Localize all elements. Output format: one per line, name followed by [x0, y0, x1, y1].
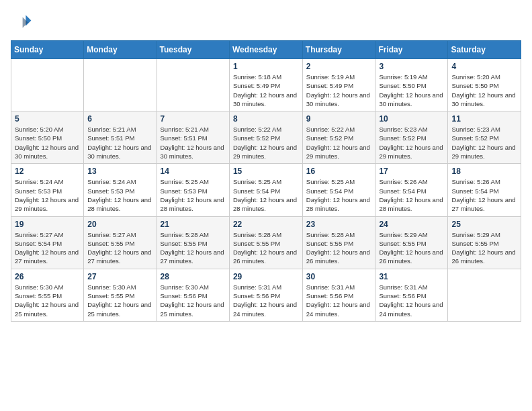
- day-number: 20: [87, 220, 152, 229]
- weekday-header-friday: Friday: [375, 41, 448, 59]
- weekday-header-monday: Monday: [84, 41, 157, 59]
- calendar-cell: 17Sunrise: 5:26 AM Sunset: 5:54 PM Dayli…: [375, 164, 448, 216]
- day-number: 18: [451, 167, 517, 176]
- calendar-week-4: 19Sunrise: 5:27 AM Sunset: 5:54 PM Dayli…: [11, 216, 521, 269]
- day-info: Sunrise: 5:26 AM Sunset: 5:54 PM Dayligh…: [379, 177, 444, 213]
- day-info: Sunrise: 5:30 AM Sunset: 5:55 PM Dayligh…: [87, 283, 152, 318]
- calendar-cell: 1Sunrise: 5:18 AM Sunset: 5:49 PM Daylig…: [229, 59, 302, 111]
- day-info: Sunrise: 5:19 AM Sunset: 5:50 PM Dayligh…: [379, 73, 444, 108]
- day-number: 26: [15, 272, 80, 281]
- calendar-week-3: 12Sunrise: 5:24 AM Sunset: 5:53 PM Dayli…: [11, 164, 521, 216]
- day-info: Sunrise: 5:31 AM Sunset: 5:56 PM Dayligh…: [379, 283, 444, 318]
- calendar-cell: 8Sunrise: 5:22 AM Sunset: 5:52 PM Daylig…: [229, 111, 302, 164]
- day-number: 7: [161, 114, 226, 124]
- day-info: Sunrise: 5:22 AM Sunset: 5:52 PM Dayligh…: [233, 125, 299, 161]
- day-number: 21: [161, 220, 226, 229]
- calendar-cell: 16Sunrise: 5:25 AM Sunset: 5:54 PM Dayli…: [302, 164, 375, 216]
- calendar-cell: 24Sunrise: 5:29 AM Sunset: 5:55 PM Dayli…: [375, 216, 448, 269]
- day-number: 25: [451, 220, 517, 229]
- weekday-header-saturday: Saturday: [448, 41, 521, 59]
- day-number: 11: [451, 114, 517, 124]
- day-info: Sunrise: 5:21 AM Sunset: 5:51 PM Dayligh…: [161, 125, 226, 161]
- weekday-header-sunday: Sunday: [11, 41, 84, 59]
- calendar-cell: 27Sunrise: 5:30 AM Sunset: 5:55 PM Dayli…: [84, 269, 157, 321]
- day-number: 19: [15, 220, 80, 229]
- calendar-cell: 4Sunrise: 5:20 AM Sunset: 5:50 PM Daylig…: [448, 59, 521, 111]
- calendar-cell: 19Sunrise: 5:27 AM Sunset: 5:54 PM Dayli…: [11, 216, 84, 269]
- day-info: Sunrise: 5:26 AM Sunset: 5:54 PM Dayligh…: [451, 177, 517, 213]
- day-number: 5: [15, 114, 80, 124]
- day-info: Sunrise: 5:20 AM Sunset: 5:50 PM Dayligh…: [15, 125, 80, 161]
- calendar-week-2: 5Sunrise: 5:20 AM Sunset: 5:50 PM Daylig…: [11, 111, 521, 164]
- calendar-cell: 15Sunrise: 5:25 AM Sunset: 5:54 PM Dayli…: [229, 164, 302, 216]
- day-info: Sunrise: 5:19 AM Sunset: 5:49 PM Dayligh…: [306, 73, 372, 108]
- day-number: 3: [379, 62, 444, 71]
- calendar-cell: 13Sunrise: 5:24 AM Sunset: 5:53 PM Dayli…: [84, 164, 157, 216]
- calendar-cell: [11, 59, 84, 111]
- day-info: Sunrise: 5:18 AM Sunset: 5:49 PM Dayligh…: [233, 73, 299, 108]
- day-number: 30: [306, 272, 372, 281]
- day-number: 22: [233, 220, 299, 229]
- calendar-cell: 30Sunrise: 5:31 AM Sunset: 5:56 PM Dayli…: [302, 269, 375, 321]
- day-info: Sunrise: 5:21 AM Sunset: 5:51 PM Dayligh…: [87, 125, 152, 161]
- calendar-cell: [157, 59, 229, 111]
- day-number: 13: [87, 167, 152, 176]
- calendar-cell: 22Sunrise: 5:28 AM Sunset: 5:55 PM Dayli…: [229, 216, 302, 269]
- logo-icon: [11, 11, 32, 32]
- day-info: Sunrise: 5:25 AM Sunset: 5:54 PM Dayligh…: [233, 177, 299, 213]
- day-number: 4: [451, 62, 517, 71]
- calendar-cell: 6Sunrise: 5:21 AM Sunset: 5:51 PM Daylig…: [84, 111, 157, 164]
- day-info: Sunrise: 5:31 AM Sunset: 5:56 PM Dayligh…: [233, 283, 299, 318]
- day-number: 15: [233, 167, 299, 176]
- weekday-header-thursday: Thursday: [302, 41, 375, 59]
- calendar-cell: 5Sunrise: 5:20 AM Sunset: 5:50 PM Daylig…: [11, 111, 84, 164]
- day-number: 14: [161, 167, 226, 176]
- weekday-header-wednesday: Wednesday: [229, 41, 302, 59]
- day-info: Sunrise: 5:29 AM Sunset: 5:55 PM Dayligh…: [451, 230, 517, 266]
- day-number: 2: [306, 62, 372, 71]
- calendar-cell: [84, 59, 157, 111]
- calendar-cell: 23Sunrise: 5:28 AM Sunset: 5:55 PM Dayli…: [302, 216, 375, 269]
- day-number: 10: [379, 114, 444, 124]
- day-number: 28: [161, 272, 226, 281]
- calendar-cell: 11Sunrise: 5:23 AM Sunset: 5:52 PM Dayli…: [448, 111, 521, 164]
- calendar-cell: 3Sunrise: 5:19 AM Sunset: 5:50 PM Daylig…: [375, 59, 448, 111]
- day-number: 31: [379, 272, 444, 281]
- calendar-cell: 20Sunrise: 5:27 AM Sunset: 5:55 PM Dayli…: [84, 216, 157, 269]
- calendar-cell: 28Sunrise: 5:30 AM Sunset: 5:56 PM Dayli…: [157, 269, 229, 321]
- calendar-cell: 25Sunrise: 5:29 AM Sunset: 5:55 PM Dayli…: [448, 216, 521, 269]
- svg-marker-0: [26, 15, 31, 26]
- calendar-week-1: 1Sunrise: 5:18 AM Sunset: 5:49 PM Daylig…: [11, 59, 521, 111]
- day-number: 23: [306, 220, 372, 229]
- day-info: Sunrise: 5:20 AM Sunset: 5:50 PM Dayligh…: [451, 73, 517, 108]
- day-info: Sunrise: 5:28 AM Sunset: 5:55 PM Dayligh…: [233, 230, 299, 266]
- day-info: Sunrise: 5:23 AM Sunset: 5:52 PM Dayligh…: [379, 125, 444, 161]
- day-info: Sunrise: 5:28 AM Sunset: 5:55 PM Dayligh…: [306, 230, 372, 266]
- calendar-cell: 26Sunrise: 5:30 AM Sunset: 5:55 PM Dayli…: [11, 269, 84, 321]
- calendar-cell: 31Sunrise: 5:31 AM Sunset: 5:56 PM Dayli…: [375, 269, 448, 321]
- calendar-cell: 12Sunrise: 5:24 AM Sunset: 5:53 PM Dayli…: [11, 164, 84, 216]
- calendar-cell: 7Sunrise: 5:21 AM Sunset: 5:51 PM Daylig…: [157, 111, 229, 164]
- weekday-header-tuesday: Tuesday: [157, 41, 229, 59]
- day-info: Sunrise: 5:24 AM Sunset: 5:53 PM Dayligh…: [87, 177, 152, 213]
- day-info: Sunrise: 5:29 AM Sunset: 5:55 PM Dayligh…: [379, 230, 444, 266]
- day-info: Sunrise: 5:31 AM Sunset: 5:56 PM Dayligh…: [306, 283, 372, 318]
- day-info: Sunrise: 5:22 AM Sunset: 5:52 PM Dayligh…: [306, 125, 372, 161]
- day-number: 8: [233, 114, 299, 124]
- day-number: 24: [379, 220, 444, 229]
- calendar-cell: 14Sunrise: 5:25 AM Sunset: 5:53 PM Dayli…: [157, 164, 229, 216]
- calendar-header: SundayMondayTuesdayWednesdayThursdayFrid…: [11, 41, 521, 59]
- day-info: Sunrise: 5:23 AM Sunset: 5:52 PM Dayligh…: [451, 125, 517, 161]
- day-number: 9: [306, 114, 372, 124]
- page-header: [11, 11, 521, 32]
- day-number: 27: [87, 272, 152, 281]
- day-info: Sunrise: 5:28 AM Sunset: 5:55 PM Dayligh…: [161, 230, 226, 266]
- calendar-cell: 18Sunrise: 5:26 AM Sunset: 5:54 PM Dayli…: [448, 164, 521, 216]
- day-info: Sunrise: 5:30 AM Sunset: 5:56 PM Dayligh…: [161, 283, 226, 318]
- day-info: Sunrise: 5:24 AM Sunset: 5:53 PM Dayligh…: [15, 177, 80, 213]
- calendar-table: SundayMondayTuesdayWednesdayThursdayFrid…: [11, 40, 521, 322]
- logo: [11, 11, 35, 32]
- day-info: Sunrise: 5:30 AM Sunset: 5:55 PM Dayligh…: [15, 283, 80, 318]
- calendar-cell: 2Sunrise: 5:19 AM Sunset: 5:49 PM Daylig…: [302, 59, 375, 111]
- day-number: 17: [379, 167, 444, 176]
